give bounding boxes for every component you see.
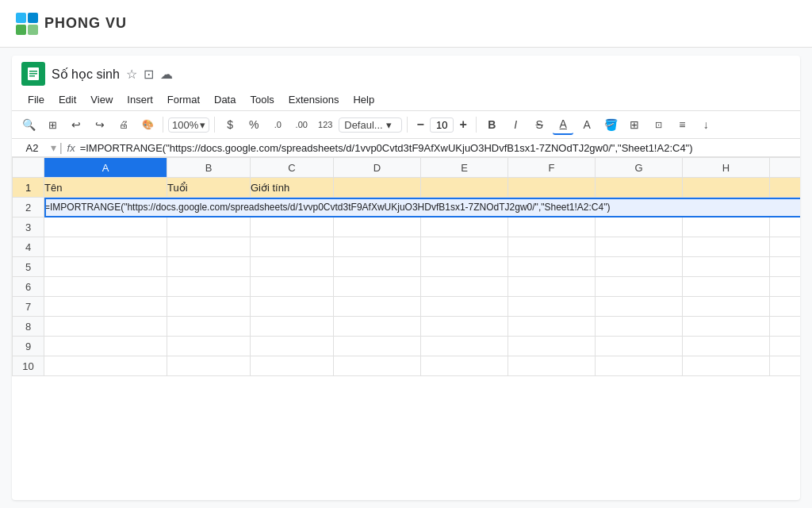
text-color-button[interactable]: A [576,114,597,135]
paint-format-button[interactable]: 🎨 [137,114,158,135]
menu-edit[interactable]: Edit [52,90,82,109]
valign-button[interactable]: ↓ [695,114,716,135]
col-header-b[interactable]: B [167,158,251,178]
cell-a1[interactable]: Tên [44,178,167,198]
svg-rect-2 [29,73,37,75]
font-selector[interactable]: Defaul... ▾ [339,117,402,133]
table-row: 8 [13,317,801,337]
table-row: 6 [13,277,801,297]
font-size-increase[interactable]: + [455,117,471,133]
cell-a2[interactable]: =IMPORTRANGE("https://docs.google.com/sp… [44,198,801,217]
logo-icon [16,13,38,35]
zoom-value: 100% [172,119,198,131]
col-header-a[interactable]: A [44,158,167,178]
sheet-header: Số học sinh ☆ ⊡ ☁ [12,56,800,89]
zoom-selector[interactable]: 100% ▾ [168,117,209,133]
fx-icon: fx [67,142,75,154]
cell-i1[interactable] [770,178,801,198]
percent-button[interactable]: % [243,114,264,135]
menu-help[interactable]: Help [347,90,381,109]
table-row: 10 [13,356,801,376]
table-row: 5 [13,257,801,277]
col-header-i[interactable]: I [770,158,801,178]
cell-c1[interactable]: Giới tính [251,178,334,198]
borders-button[interactable]: ⊞ [624,114,645,135]
font-size-input[interactable] [430,117,454,133]
cell-f1[interactable] [508,178,596,198]
svg-rect-3 [29,75,35,77]
bold-button[interactable]: B [481,114,502,135]
header-icons: ☆ ⊡ ☁ [126,67,173,82]
fill-color-button[interactable]: 🪣 [600,114,621,135]
decimal-inc-button[interactable]: .00 [291,114,312,135]
undo-button[interactable]: ↩ [66,114,86,135]
row-num-2: 2 [13,198,44,217]
table-row: 9 [13,337,801,356]
col-header-f[interactable]: F [508,158,596,178]
format-123-button[interactable]: 123 [315,114,335,135]
menu-format[interactable]: Format [161,90,206,109]
menu-view[interactable]: View [84,90,119,109]
merge-button[interactable]: ⊡ [648,114,668,135]
menu-file[interactable]: File [21,90,51,109]
menu-bar: File Edit View Insert Format Data Tools … [12,89,800,110]
print2-button[interactable]: 🖨 [113,114,134,135]
col-header-h[interactable]: H [683,158,770,178]
toolbar: 🔍 ⊞ ↩ ↪ 🖨 🎨 100% ▾ $ % .0 .00 123 Defaul… [12,110,800,139]
col-header-c[interactable]: C [251,158,334,178]
print-button[interactable]: ⊞ [42,114,63,135]
cell-e1[interactable] [421,178,508,198]
zoom-dropdown-icon: ▾ [200,119,205,131]
col-header-e[interactable]: E [421,158,508,178]
column-headers-row: A B C D E F G H I [13,158,801,178]
italic-button[interactable]: I [505,114,526,135]
formula-input[interactable] [80,142,794,154]
table-row: 2 =IMPORTRANGE("https://docs.google.com/… [13,198,801,217]
cloud-icon[interactable]: ☁ [160,67,173,82]
font-size-area: − + [412,117,471,133]
corner-header [13,158,44,178]
svg-rect-1 [29,71,37,72]
menu-data[interactable]: Data [208,90,242,109]
table-row: 7 [13,297,801,317]
font-dropdown-icon: ▾ [386,119,392,131]
logo: PHONG VU [16,13,127,35]
top-bar: PHONG VU [0,0,812,48]
table-row: 1 Tên Tuổi Giới tính [13,178,801,198]
menu-extensions[interactable]: Extensions [282,90,346,109]
brand-name: PHONG VU [44,15,127,32]
cell-reference[interactable]: A2 [18,142,46,154]
cell-d1[interactable] [334,178,421,198]
template-icon[interactable]: ⊡ [144,67,154,82]
font-name: Defaul... [344,119,382,131]
menu-tools[interactable]: Tools [243,90,280,109]
decimal-dec-button[interactable]: .0 [267,114,288,135]
sheet-title: Số học sinh [52,67,120,82]
formula-separator: ▾ | [51,141,63,154]
grid-table: A B C D E F G H I 1 Tên Tuổi Giới tính [12,157,800,376]
sheet-app-icon [21,62,45,86]
col-header-g[interactable]: G [596,158,683,178]
search-button[interactable]: 🔍 [18,114,39,135]
redo-button[interactable]: ↪ [90,114,110,135]
formula-bar: A2 ▾ | fx [12,139,800,157]
cell-b1[interactable]: Tuổi [167,178,251,198]
cell-h1[interactable] [683,178,770,198]
spreadsheet-grid: A B C D E F G H I 1 Tên Tuổi Giới tính [12,157,800,500]
currency-button[interactable]: $ [220,114,240,135]
menu-insert[interactable]: Insert [121,90,159,109]
spreadsheet-app: Số học sinh ☆ ⊡ ☁ File Edit View Insert … [12,56,800,500]
cell-g1[interactable] [596,178,683,198]
font-size-decrease[interactable]: − [412,117,428,133]
table-row: 3 [13,217,801,237]
col-header-d[interactable]: D [334,158,421,178]
strikethrough-button[interactable]: S [529,114,550,135]
table-row: 4 [13,237,801,257]
align-button[interactable]: ≡ [672,114,692,135]
row-num-1: 1 [13,178,44,198]
underline-button[interactable]: A [553,114,573,135]
star-icon[interactable]: ☆ [126,67,137,82]
